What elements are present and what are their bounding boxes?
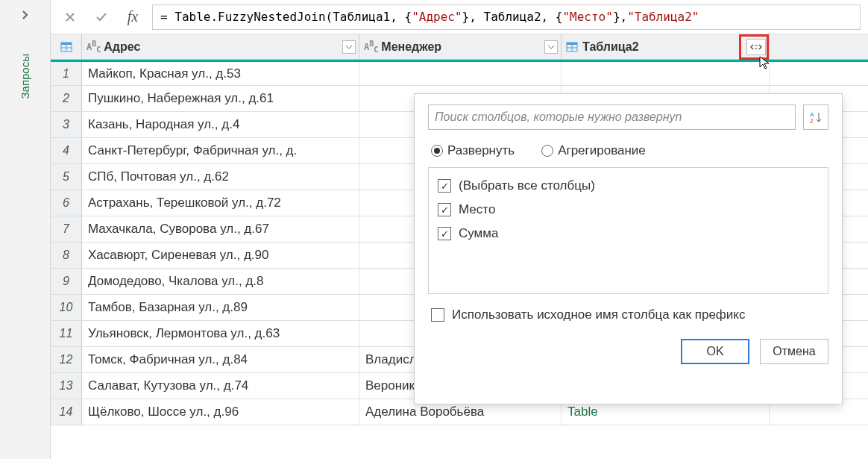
row-number: 11 [51,321,82,346]
cancel-button[interactable]: Отмена [760,339,828,364]
column-header-table2[interactable]: Таблица2 [562,34,770,59]
checkbox-icon: ✓ [438,203,451,216]
row-number: 9 [51,269,82,294]
cursor-icon [758,55,772,70]
row-number: 12 [51,347,82,372]
row-number: 7 [51,216,82,242]
radio-expand[interactable]: Развернуть [431,143,515,158]
formula-mid1: }, Таблица2, { [462,10,563,24]
table-icon [60,42,72,52]
main-area: fx = Table.FuzzyNestedJoin(Таблица1, { "… [51,0,868,459]
row-number: 4 [51,138,82,163]
row-number: 13 [51,373,82,399]
column-name: Таблица2 [582,40,639,54]
grid-header: ABC Адрес ABC Менеджер [51,34,868,60]
text-type-icon: ABC [364,40,378,54]
sidebar-expand-button[interactable] [16,6,34,24]
radio-icon [541,145,553,157]
column-search-input[interactable]: Поиск столбцов, которые нужно развернуп [428,104,796,130]
column-name: Адрес [104,40,140,54]
chevron-right-icon [20,10,31,20]
row-number: 5 [51,164,82,190]
select-all-corner[interactable] [51,34,82,59]
data-grid: ABC Адрес ABC Менеджер [51,34,868,459]
placeholder-text: Поиск столбцов, которые нужно развернуп [435,110,682,124]
check-sum[interactable]: ✓ Сумма [438,222,819,246]
cell-address[interactable]: Ульяновск, Лермонтова ул., д.63 [82,321,359,346]
cell-address[interactable]: Астрахань, Терешковой ул., д.72 [82,190,359,216]
column-name: Менеджер [381,40,441,54]
svg-text:A: A [810,111,814,118]
formula-cancel-button[interactable] [58,5,82,29]
ok-button[interactable]: OK [681,339,749,364]
prefix-checkbox[interactable] [431,308,444,322]
column-header-manager[interactable]: ABC Менеджер [359,34,562,59]
formula-str2: "Место" [562,10,612,24]
chevron-down-icon [547,45,555,49]
cell-address[interactable]: Махачкала, Суворова ул., д.67 [82,216,359,242]
row-number: 3 [51,112,82,137]
check-label: Сумма [459,226,498,241]
queries-sidebar: Запросы [0,0,51,459]
formula-mid2: }, [613,10,627,24]
expand-columns-popup: Поиск столбцов, которые нужно развернуп … [414,93,843,405]
cell-manager[interactable] [359,62,562,85]
check-icon [95,10,108,24]
formula-bar: fx = Table.FuzzyNestedJoin(Таблица1, { "… [51,0,868,34]
cell-address[interactable]: Санкт-Петербург, Фабричная ул., д. [82,138,359,163]
check-all-columns[interactable]: ✓ (Выбрать все столбцы) [438,174,819,198]
table-row[interactable]: 1Майкоп, Красная ул., д.53 [51,60,868,86]
expand-column-button[interactable] [746,39,766,55]
row-number: 14 [51,399,82,425]
cell-address[interactable]: Пушкино, Набережная ул., д.61 [82,86,359,111]
row-number: 1 [51,62,82,85]
x-icon [64,11,76,23]
formula-text: = Table.FuzzyNestedJoin(Таблица1, { [160,10,412,24]
formula-commit-button[interactable] [89,5,113,29]
cell-address[interactable]: СПб, Почтовая ул., д.62 [82,164,359,190]
formula-str3: "Таблица2" [627,10,699,24]
check-label: Место [459,202,495,217]
formula-str1: "Адрес" [412,10,462,24]
cell-address[interactable]: Хасавюрт, Сиреневая ул., д.90 [82,243,359,268]
cell-address[interactable]: Щёлково, Шоссе ул., д.96 [82,399,359,425]
cell-address[interactable]: Тамбов, Базарная ул., д.89 [82,295,359,320]
cell-address[interactable]: Домодедово, Чкалова ул., д.8 [82,269,359,294]
sort-az-icon: A Z [808,110,823,125]
row-number: 6 [51,190,82,216]
cell-address[interactable]: Майкоп, Красная ул., д.53 [82,62,359,85]
text-type-icon: ABC [87,40,101,54]
sidebar-label[interactable]: Запросы [19,54,31,99]
cell-table2[interactable] [562,62,770,85]
checkbox-icon: ✓ [438,227,451,240]
radio-label: Агрегирование [558,143,646,158]
checkbox-icon: ✓ [438,179,451,193]
app-root: Запросы fx = Table.FuzzyNestedJoin(Табли… [0,0,868,459]
fx-button[interactable]: fx [121,5,145,29]
columns-listbox: ✓ (Выбрать все столбцы) ✓ Место ✓ Сумма [428,167,828,294]
cell-address[interactable]: Томск, Фабричная ул., д.84 [82,347,359,372]
row-number: 8 [51,243,82,268]
cell-address[interactable]: Казань, Народная ул., д.4 [82,112,359,137]
check-place[interactable]: ✓ Место [438,198,819,222]
prefix-label: Использовать исходное имя столбца как пр… [452,307,745,322]
row-number: 10 [51,295,82,320]
expand-icon [749,43,763,51]
radio-aggregate[interactable]: Агрегирование [541,143,646,158]
check-label: (Выбрать все столбцы) [459,178,595,193]
column-filter-button[interactable] [342,40,356,54]
sort-columns-button[interactable]: A Z [803,104,828,130]
row-number: 2 [51,86,82,111]
column-filter-button[interactable] [544,40,558,54]
cell-address[interactable]: Салават, Кутузова ул., д.74 [82,373,359,399]
chevron-down-icon [345,45,353,49]
radio-icon [431,145,443,157]
table-icon [566,42,578,52]
formula-input[interactable]: = Table.FuzzyNestedJoin(Таблица1, { "Адр… [152,4,861,30]
svg-text:Z: Z [810,118,814,125]
column-header-address[interactable]: ABC Адрес [82,34,359,59]
radio-label: Развернуть [447,143,515,158]
